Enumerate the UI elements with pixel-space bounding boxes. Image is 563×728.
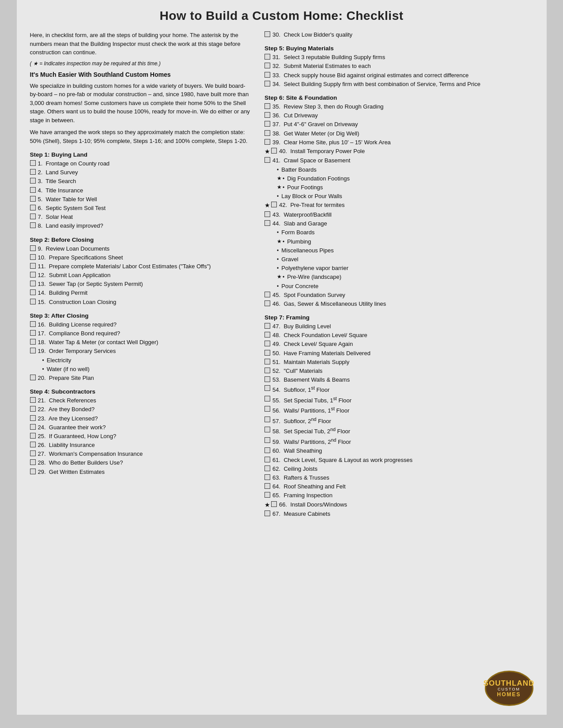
step2-section: Step 2: Before Closing 9. Review Loan Do… [30,236,252,306]
checkbox[interactable] [264,465,270,471]
checkbox[interactable] [264,406,270,412]
checkbox[interactable] [30,459,36,465]
southland-heading: It's Much Easier With Southland Custom H… [30,71,252,78]
sub-list-41: •Batter Boards ★•Dig Foundation Footings… [277,166,546,201]
checkbox[interactable] [30,187,36,193]
checkbox[interactable] [264,31,270,37]
checkbox[interactable] [264,359,270,364]
checkbox[interactable] [30,254,36,260]
star-icon: ★ [277,273,282,281]
checkbox[interactable] [264,292,270,297]
bullet-icon: • [283,175,284,183]
checkbox[interactable] [30,348,36,353]
step4-title: Step 4: Subcontractors [30,388,252,395]
checkbox[interactable] [264,103,270,109]
list-item: 23. Are they Licensed? [30,415,252,423]
checkbox[interactable] [264,220,270,226]
checkbox[interactable] [30,222,36,228]
checkbox[interactable] [264,121,270,127]
bullet-icon: • [277,256,279,263]
checkbox[interactable] [264,332,270,338]
checkbox[interactable] [264,368,270,373]
checkbox[interactable] [30,415,36,421]
checkbox[interactable] [30,339,36,345]
intro-paragraph1: Here, in checklist form, are all the ste… [30,31,252,57]
checkbox[interactable] [264,510,270,516]
checkbox[interactable] [264,72,270,78]
list-item: 18. Water Tap & Meter (or contact Well D… [30,338,252,346]
list-item: 22. Are they Bonded? [30,405,252,413]
checkbox[interactable] [264,300,270,306]
checkbox[interactable] [264,63,270,68]
checkbox[interactable] [30,289,36,295]
page: How to Build a Custom Home: Checklist He… [17,0,547,715]
checkbox[interactable] [30,245,36,251]
checkbox[interactable] [30,272,36,278]
checkbox[interactable] [30,169,36,175]
list-item: ★•Pre-Wire (landscape) [277,273,546,281]
checkbox[interactable] [30,397,36,403]
list-item: 36. Cut Driveway [264,112,546,120]
list-item: 59. Walls/ Partitions, 2nd Floor [264,437,546,447]
list-item: 55. Set Special Tubs, 1st Floor [264,395,546,405]
checkbox[interactable] [30,321,36,327]
checkbox[interactable] [30,214,36,219]
list-item: 13. Sewer Tap (or Septic System Permit) [30,280,252,288]
checkbox[interactable] [264,81,270,86]
checkbox[interactable] [264,341,270,346]
checkbox[interactable] [30,375,36,380]
checkbox[interactable] [264,130,270,136]
list-item: •Form Boards [277,229,546,236]
list-item: 60. Wall Sheathing [264,447,546,455]
checkbox[interactable] [30,450,36,456]
checkbox[interactable] [264,350,270,356]
checkbox[interactable] [30,330,36,336]
checkbox[interactable] [264,323,270,329]
list-item: 33. Check supply house Bid against origi… [264,71,546,79]
list-item: 38. Get Water Meter (or Dig Well) [264,130,546,138]
checkbox[interactable] [30,160,36,166]
checkbox[interactable] [264,385,270,391]
checkbox[interactable] [264,483,270,489]
list-item: 32. Submit Material Estimates to each [264,62,546,70]
star-icon: ★ [264,201,270,210]
checkbox[interactable] [271,501,277,507]
checkbox[interactable] [30,433,36,439]
list-item: •Batter Boards [277,166,546,174]
checkbox[interactable] [264,211,270,217]
checkbox[interactable] [264,492,270,498]
checkbox[interactable] [30,263,36,269]
checkbox[interactable] [30,299,36,304]
checkbox[interactable] [30,281,36,286]
checkbox[interactable] [264,157,270,163]
checkbox[interactable] [264,376,270,382]
checkbox[interactable] [264,396,270,402]
step3-title: Step 3: After Closing [30,312,252,319]
checkbox[interactable] [271,148,277,154]
logo-custom: CUSTOM [498,687,520,691]
step4-section: Step 4: Subcontractors 21. Check Referen… [30,388,252,476]
checkbox[interactable] [30,469,36,474]
bullet-icon: • [277,247,279,255]
checkbox[interactable] [264,139,270,145]
checkbox[interactable] [264,112,270,118]
list-item: 14. Building Permit [30,289,252,297]
company-logo: SOUTHLAND CUSTOM HOMES [485,671,533,706]
checkbox[interactable] [271,202,277,207]
checkbox[interactable] [30,424,36,430]
checkbox[interactable] [264,474,270,480]
checkbox[interactable] [264,437,270,443]
checkbox[interactable] [30,178,36,184]
list-item: ★•Plumbing [277,238,546,246]
step1-section: Step 1: Buying Land 1. Frontage on Count… [30,151,252,230]
checkbox[interactable] [30,205,36,210]
list-item: ★42. Pre-Treat for termites [264,201,546,210]
checkbox[interactable] [264,417,270,422]
checkbox[interactable] [264,457,270,462]
checkbox[interactable] [264,427,270,432]
checkbox[interactable] [30,442,36,447]
checkbox[interactable] [30,196,36,202]
checkbox[interactable] [30,406,36,412]
checkbox[interactable] [264,447,270,453]
checkbox[interactable] [264,54,270,60]
